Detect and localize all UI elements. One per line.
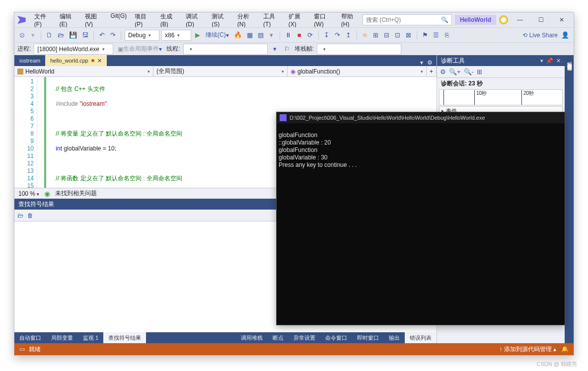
- console-app-icon: [280, 114, 287, 121]
- notifications-icon[interactable]: 🔔: [561, 346, 569, 353]
- tab-errorlist[interactable]: 错误列表: [405, 332, 437, 343]
- tool-icon-5[interactable]: ⊟: [382, 30, 391, 41]
- chevron-down-icon[interactable]: ▾: [540, 58, 543, 64]
- menu-tools[interactable]: 工具(T): [260, 10, 284, 30]
- scm-button[interactable]: ↑ 添加到源代码管理 ▴: [499, 345, 556, 354]
- menu-project[interactable]: 项目(P): [131, 10, 156, 30]
- menu-git[interactable]: Git(G): [107, 10, 131, 30]
- menu-view[interactable]: 视图(V): [81, 10, 106, 30]
- stackframe-combo[interactable]: ▾: [317, 44, 401, 55]
- step-out-icon[interactable]: ↥: [344, 30, 353, 41]
- project-icon: [17, 69, 23, 74]
- minimize-button[interactable]: —: [511, 13, 529, 27]
- tab-locals[interactable]: 局部变量: [46, 332, 78, 343]
- menu-edit[interactable]: 编辑(E): [56, 10, 81, 30]
- tool-icon-8[interactable]: ☰: [432, 30, 441, 41]
- step-into-icon[interactable]: ↧: [322, 30, 331, 41]
- menu-extensions[interactable]: 扩展(X): [285, 10, 310, 30]
- console-window[interactable]: D:\002_Project\006_Visual_Studio\HelloWo…: [276, 112, 565, 325]
- start-debug-button[interactable]: ▶: [193, 30, 202, 41]
- tool-icon-1[interactable]: ▦: [245, 30, 254, 41]
- menu-test[interactable]: 测试(S): [208, 10, 233, 30]
- diagnostic-session-text: 诊断会话: 23 秒: [437, 78, 565, 89]
- live-share-button[interactable]: ⟲Live Share: [522, 32, 558, 39]
- hot-reload-icon[interactable]: 🔥: [232, 30, 243, 41]
- zoom-out-icon[interactable]: 🔍-: [464, 68, 474, 75]
- nav-back-icon[interactable]: ⊙: [17, 30, 26, 41]
- dropdown-icon[interactable]: ▾: [267, 30, 276, 41]
- nav-fwd-icon[interactable]: ▾: [28, 30, 37, 41]
- tool-icon-9[interactable]: ⎘: [442, 30, 451, 41]
- status-ready: 就绪: [29, 345, 41, 354]
- zoom-level[interactable]: 100 % ▾: [18, 190, 39, 197]
- new-file-icon[interactable]: 🗋: [45, 30, 54, 41]
- tab-watch1[interactable]: 监视 1: [78, 332, 103, 343]
- save-all-icon[interactable]: 🖫: [80, 30, 90, 41]
- step-over-icon[interactable]: ↷: [333, 30, 342, 41]
- folder-open-icon[interactable]: 🗁: [17, 212, 23, 219]
- restart-icon[interactable]: ⟳: [306, 30, 315, 41]
- feedback-icon[interactable]: [499, 15, 508, 24]
- pause-icon[interactable]: ⏸: [284, 30, 293, 41]
- tab-autos[interactable]: 自动窗口: [14, 332, 46, 343]
- nav-function[interactable]: ◉globalFunction()▾: [288, 66, 427, 76]
- main-menu: 文件(F) 编辑(E) 视图(V) Git(G) 项目(P) 生成(B) 调试(…: [31, 10, 363, 30]
- tool-icon-6[interactable]: ⊡: [393, 30, 402, 41]
- menu-debug[interactable]: 调试(D): [182, 10, 207, 30]
- process-combo[interactable]: [18000] HelloWorld.exe▾: [34, 44, 113, 55]
- navigation-bar: HelloWorld▾ (全局范围)▾ ◉globalFunction()▾ +: [14, 66, 437, 77]
- nav-project[interactable]: HelloWorld▾: [14, 66, 153, 76]
- timeline-ruler[interactable]: 10秒 20秒: [439, 89, 563, 105]
- thread-label: 线程:: [166, 45, 180, 53]
- redo-icon[interactable]: ↷: [108, 30, 117, 41]
- undo-icon[interactable]: ↶: [97, 30, 106, 41]
- menu-analyze[interactable]: 分析(N): [234, 10, 259, 30]
- reset-icon[interactable]: ⊞: [477, 68, 482, 75]
- lifecycle-combo[interactable]: ▣ 生命周期事件 ▾: [116, 44, 163, 55]
- thread-icon[interactable]: ▾: [271, 44, 280, 55]
- platform-combo[interactable]: x86▾: [161, 30, 191, 41]
- search-input[interactable]: 搜索 (Ctrl+Q) 🔍: [363, 14, 452, 25]
- menu-window[interactable]: 窗口(W): [310, 10, 336, 30]
- clear-icon[interactable]: 🗑: [27, 212, 33, 219]
- gear-icon[interactable]: ⚙: [427, 59, 433, 66]
- config-combo[interactable]: Debug▾: [125, 30, 159, 41]
- zoom-in-icon[interactable]: 🔍+: [449, 68, 461, 75]
- menu-file[interactable]: 文件(F): [31, 10, 55, 30]
- account-icon[interactable]: 👤: [560, 30, 571, 41]
- save-icon[interactable]: 💾: [68, 30, 78, 41]
- tool-icon-3[interactable]: ⎋: [361, 30, 369, 41]
- nav-scope[interactable]: (全局范围)▾: [153, 66, 288, 76]
- bookmark-icon[interactable]: ⚑: [421, 30, 430, 41]
- tab-breakpoints[interactable]: 断点: [268, 332, 289, 343]
- menu-help[interactable]: 帮助(H): [338, 10, 363, 30]
- open-file-icon[interactable]: 🗁: [56, 30, 66, 41]
- pin-icon[interactable]: 📌: [546, 58, 553, 64]
- tab-callstack[interactable]: 调用堆栈: [236, 332, 268, 343]
- tab-find-results[interactable]: 查找符号结果: [103, 332, 146, 343]
- nav-plus-icon[interactable]: +: [427, 66, 437, 76]
- tab-output[interactable]: 输出: [384, 332, 405, 343]
- tab-close-icon[interactable]: ✕: [97, 58, 102, 64]
- gear-icon[interactable]: ⚙: [440, 68, 446, 75]
- thread-combo[interactable]: ▾: [183, 44, 268, 55]
- tab-command[interactable]: 命令窗口: [320, 332, 352, 343]
- tab-iostream[interactable]: iostream: [14, 55, 45, 66]
- tab-exceptions[interactable]: 异常设置: [289, 332, 320, 343]
- menu-build[interactable]: 生成(B): [157, 10, 182, 30]
- dropdown-icon[interactable]: ▾: [420, 59, 423, 66]
- solution-explorer-strip[interactable]: 解决方案资源管理器: [565, 55, 574, 343]
- flag-icon[interactable]: ⚐: [283, 44, 292, 55]
- console-titlebar[interactable]: D:\002_Project\006_Visual_Studio\HelloWo…: [277, 112, 565, 123]
- close-button[interactable]: ✕: [553, 13, 571, 27]
- continue-button[interactable]: 继续(C) ▾: [204, 30, 230, 41]
- tab-tools: ▾⚙: [416, 59, 437, 66]
- panel-close-icon[interactable]: ✕: [556, 58, 561, 64]
- stop-icon[interactable]: ■: [295, 30, 304, 41]
- tool-icon-4[interactable]: ⊞: [371, 30, 380, 41]
- tool-icon-2[interactable]: ▧: [256, 30, 265, 41]
- tab-hello-world[interactable]: hello_world.cpp✕: [45, 55, 106, 66]
- tool-icon-7[interactable]: ⊠: [404, 30, 413, 41]
- tab-immediate[interactable]: 即时窗口: [352, 332, 384, 343]
- maximize-button[interactable]: ☐: [532, 13, 550, 27]
